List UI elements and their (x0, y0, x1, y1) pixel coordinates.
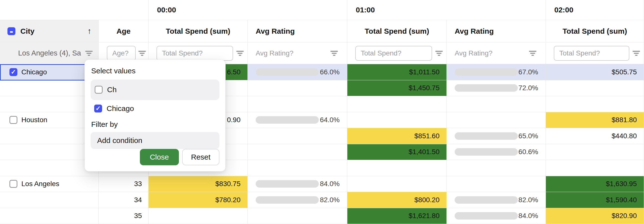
column-header-city[interactable]: City ↑ (0, 20, 99, 42)
total-spend-cell[interactable] (347, 176, 447, 192)
option-checkbox[interactable] (95, 86, 102, 94)
total-spend-cell[interactable]: $780.20 (148, 192, 248, 208)
rating-percent: 82.0% (320, 196, 340, 204)
corner-cell (0, 0, 148, 20)
age-filter-input[interactable] (107, 46, 136, 61)
row-header-cell[interactable] (0, 128, 99, 144)
close-button[interactable]: Close (140, 149, 179, 165)
total-spend-filter-input[interactable] (355, 46, 432, 61)
row-header-cell[interactable] (0, 144, 99, 160)
avg-rating-cell[interactable] (248, 160, 347, 176)
row-header-houston[interactable]: Houston (0, 112, 99, 128)
avg-rating-cell[interactable] (248, 128, 347, 144)
cell-value: $1,590.40 (606, 196, 637, 204)
total-spend-cell[interactable]: $1,590.40 (546, 192, 644, 208)
total-spend-cell[interactable]: $830.75 (148, 176, 248, 192)
reset-button[interactable]: Reset (182, 149, 220, 165)
filter-option-chicago[interactable]: Chicago (91, 100, 220, 117)
total-spend-cell[interactable]: $1,011.50 (347, 64, 447, 80)
age-cell[interactable]: 35 (99, 208, 148, 224)
rating-bar-track (455, 212, 518, 220)
avg-rating-cell[interactable] (248, 80, 347, 96)
total-spend-cell[interactable] (546, 160, 644, 176)
avg-rating-cell[interactable]: 84.0% (447, 208, 546, 224)
avg-rating-cell[interactable] (248, 144, 347, 160)
row-header-cell[interactable] (0, 80, 99, 96)
avg-rating-cell[interactable] (447, 160, 546, 176)
row-header-cell[interactable] (0, 160, 99, 176)
avg-rating-cell[interactable] (447, 96, 546, 112)
rating-percent: 64.0% (320, 116, 340, 124)
total-spend-cell[interactable]: $881.80 (546, 112, 644, 128)
row-header-cell[interactable] (0, 192, 99, 208)
total-spend-cell[interactable]: $440.80 (546, 128, 644, 144)
avg-rating-cell[interactable] (447, 112, 546, 128)
sort-ascending-icon[interactable]: ↑ (88, 26, 92, 36)
option-checkbox[interactable] (94, 105, 102, 112)
avg-rating-filter-input[interactable] (455, 46, 529, 61)
total-spend-filter-input[interactable] (554, 46, 629, 61)
cell-value: $1,401.50 (408, 148, 440, 156)
row-header-los-angeles[interactable]: Los Angeles (0, 176, 99, 192)
avg-rating-cell[interactable]: 65.0% (447, 128, 546, 144)
row-header-cell[interactable] (0, 208, 99, 224)
cell-value: $820.90 (612, 212, 637, 220)
column-header-total-spend-0100[interactable]: Total Spend (sum) (347, 20, 447, 42)
row-header-chicago[interactable]: Chicago (0, 64, 99, 80)
filter-icon[interactable] (435, 50, 443, 56)
avg-rating-cell[interactable] (248, 208, 347, 224)
total-spend-cell[interactable]: $800.20 (347, 192, 447, 208)
total-spend-cell[interactable] (347, 112, 447, 128)
city-label: Houston (21, 116, 47, 124)
total-spend-filter-input[interactable] (156, 46, 233, 61)
add-condition-button[interactable]: Add condition (91, 132, 220, 149)
select-all-checkbox[interactable] (8, 27, 16, 35)
row-checkbox[interactable] (10, 180, 18, 188)
avg-rating-cell[interactable]: 84.0% (248, 176, 347, 192)
row-checkbox[interactable] (10, 68, 18, 76)
avg-rating-cell[interactable]: 66.0% (248, 64, 347, 80)
filter-icon[interactable] (529, 50, 537, 56)
total-spend-cell[interactable] (546, 80, 644, 96)
age-cell[interactable]: 34 (99, 192, 148, 208)
avg-rating-cell[interactable]: 72.0% (447, 80, 546, 96)
column-header-age[interactable]: Age (99, 20, 148, 42)
avg-rating-filter-input[interactable] (256, 46, 330, 61)
total-spend-cell[interactable]: $1,401.50 (347, 144, 447, 160)
total-spend-cell[interactable] (148, 208, 248, 224)
filter-icon[interactable] (138, 50, 146, 56)
avg-rating-cell[interactable]: 64.0% (248, 112, 347, 128)
column-header-avg-rating-0000[interactable]: Avg Rating (248, 20, 347, 42)
cell-value: $830.75 (216, 180, 240, 188)
total-spend-cell[interactable] (347, 160, 447, 176)
total-spend-cell[interactable] (347, 96, 447, 112)
avg-rating-cell[interactable]: 82.0% (447, 192, 546, 208)
column-header-total-spend-0200[interactable]: Total Spend (sum) (546, 20, 644, 42)
total-spend-cell[interactable]: $851.60 (347, 128, 447, 144)
column-header-total-spend-0000[interactable]: Total Spend (sum) (148, 20, 248, 42)
age-cell[interactable]: 33 (99, 176, 148, 192)
avg-rating-cell[interactable]: 67.0% (447, 64, 546, 80)
filter-option-ch[interactable]: Ch (91, 80, 220, 100)
total-spend-cell[interactable]: $820.90 (546, 208, 644, 224)
total-spend-cell[interactable]: $1,621.80 (347, 208, 447, 224)
filter-icon[interactable] (330, 50, 338, 56)
cell-value: 6.50 (227, 68, 241, 76)
avg-rating-cell[interactable] (447, 176, 546, 192)
filter-icon[interactable] (85, 50, 93, 56)
avg-rating-cell[interactable]: 82.0% (248, 192, 347, 208)
total-spend-cell[interactable] (546, 96, 644, 112)
filter-icon[interactable] (236, 50, 244, 56)
total-spend-cell[interactable]: $1,630.95 (546, 176, 644, 192)
rating-bar-track (455, 196, 518, 204)
total-spend-cell[interactable]: $505.75 (546, 64, 644, 80)
total-spend-cell[interactable] (546, 144, 644, 160)
filter-icon[interactable] (632, 50, 640, 56)
rating-percent: 60.6% (518, 148, 538, 156)
avg-rating-cell[interactable] (248, 96, 347, 112)
column-header-avg-rating-0100[interactable]: Avg Rating (447, 20, 546, 42)
avg-rating-cell[interactable]: 60.6% (447, 144, 546, 160)
total-spend-cell[interactable]: $1,450.75 (347, 80, 447, 96)
row-checkbox[interactable] (10, 116, 18, 124)
row-header-cell[interactable] (0, 96, 99, 112)
